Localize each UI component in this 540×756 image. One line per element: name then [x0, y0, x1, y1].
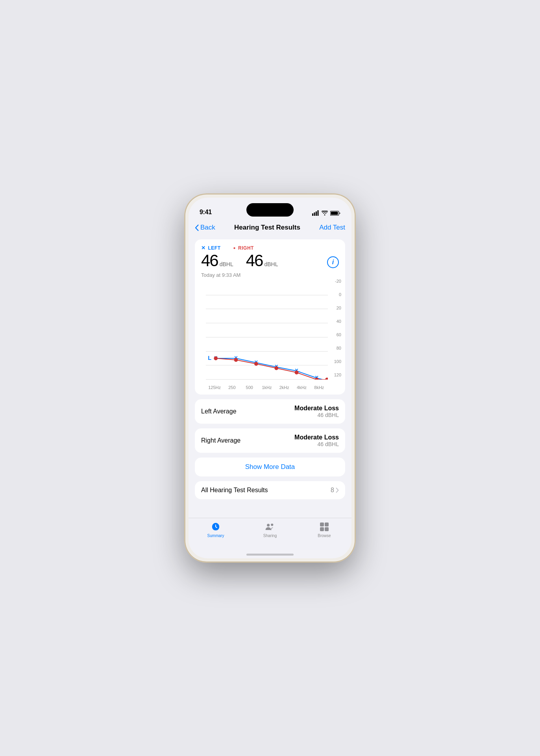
- svg-point-23: [271, 524, 273, 526]
- left-average-value: Moderate Loss 46 dBHL: [294, 405, 339, 418]
- left-value-group: 46 dBHL: [201, 252, 233, 270]
- all-results-row[interactable]: All Hearing Test Results 8: [195, 481, 345, 499]
- all-results-num: 8: [331, 487, 334, 494]
- y-label: 40: [334, 319, 341, 324]
- svg-text:L: L: [208, 355, 211, 361]
- tab-bar: Summary Sharing: [189, 518, 351, 550]
- y-label: 20: [334, 306, 341, 310]
- back-label: Back: [200, 224, 215, 232]
- x-label-2k: 2kHz: [276, 385, 293, 390]
- nav-bar: Back Hearing Test Results Add Test: [189, 219, 351, 236]
- svg-point-16: [274, 366, 278, 370]
- svg-rect-3: [318, 210, 319, 216]
- left-average-dbhl: 46 dBHL: [294, 412, 339, 418]
- battery-icon: [330, 211, 340, 216]
- svg-rect-27: [325, 527, 329, 531]
- svg-rect-1: [314, 213, 315, 216]
- x-label-250: 250: [223, 385, 240, 390]
- y-label: 80: [334, 346, 341, 350]
- phone-device: 9:41: [185, 195, 355, 561]
- svg-rect-24: [320, 523, 324, 526]
- wifi-icon: [322, 211, 328, 215]
- home-bar: [246, 554, 294, 556]
- x-axis: 125Hz 250 500 1kHz 2kHz 4kHz 8kHz: [206, 380, 328, 391]
- nav-title: Hearing Test Results: [234, 224, 300, 232]
- ear-labels: ✕ LEFT ● RIGHT: [201, 245, 339, 251]
- all-results-count: 8: [331, 487, 339, 494]
- right-average-dbhl: 46 dBHL: [294, 441, 339, 447]
- phone-screen: 9:41: [189, 198, 351, 558]
- right-average-card: Right Average Moderate Loss 46 dBHL: [195, 428, 345, 453]
- svg-point-13: [214, 356, 218, 360]
- left-value-num: 46: [201, 252, 218, 269]
- info-button[interactable]: i: [327, 256, 339, 268]
- y-label: 120: [334, 372, 341, 377]
- y-axis: -20 0 20 40 60 80 100 120: [334, 281, 341, 380]
- chevron-right-icon: [336, 487, 339, 493]
- dynamic-island: [246, 203, 294, 217]
- left-ear-label: ✕ LEFT: [201, 245, 221, 251]
- tab-browse[interactable]: Browse: [297, 521, 351, 538]
- signal-icon: [312, 210, 319, 216]
- svg-rect-0: [312, 213, 313, 216]
- left-average-classification: Moderate Loss: [294, 405, 339, 412]
- status-time: 9:41: [200, 209, 212, 216]
- sharing-icon: [264, 521, 276, 532]
- y-label: 0: [334, 292, 341, 297]
- tab-sharing[interactable]: Sharing: [243, 521, 297, 538]
- show-more-button[interactable]: Show More Data: [195, 458, 345, 476]
- home-indicator: [189, 550, 351, 558]
- test-timestamp: Today at 9:33 AM: [201, 272, 278, 278]
- chevron-left-icon: [195, 224, 199, 231]
- audiogram-chart: × × × × × × ×: [195, 281, 345, 395]
- browse-tab-label: Browse: [318, 534, 331, 538]
- status-icons: [312, 210, 340, 216]
- chart-area: × × × × × × ×: [206, 281, 328, 391]
- right-value-num: 46: [246, 252, 263, 269]
- x-label-125: 125Hz: [206, 385, 223, 390]
- svg-rect-5: [331, 211, 338, 215]
- summary-tab-label: Summary: [207, 534, 224, 538]
- left-value-unit: dBHL: [220, 261, 233, 267]
- x-label-1k: 1kHz: [258, 385, 276, 390]
- add-test-button[interactable]: Add Test: [319, 224, 345, 232]
- svg-point-15: [254, 362, 258, 366]
- results-values-col: 46 dBHL 46 dBHL Today at 9:33 AM: [201, 252, 278, 278]
- tab-summary[interactable]: Summary: [189, 521, 243, 538]
- left-average-card: Left Average Moderate Loss 46 dBHL: [195, 399, 345, 424]
- ear-values: 46 dBHL 46 dBHL: [201, 252, 278, 270]
- right-dot-marker: ●: [233, 246, 236, 250]
- right-ear-label: ● RIGHT: [233, 245, 254, 251]
- scroll-content: ✕ LEFT ● RIGHT 46: [189, 236, 351, 518]
- left-x-marker: ✕: [201, 245, 206, 251]
- back-button[interactable]: Back: [195, 224, 215, 232]
- svg-point-22: [267, 524, 270, 526]
- svg-rect-25: [325, 523, 329, 526]
- all-results-label: All Hearing Test Results: [201, 487, 268, 494]
- x-label-8k: 8kHz: [311, 385, 328, 390]
- left-average-row: Left Average Moderate Loss 46 dBHL: [195, 399, 345, 424]
- y-label: 100: [334, 359, 341, 364]
- browse-icon: [319, 521, 330, 532]
- summary-icon: [210, 521, 221, 532]
- audiogram-svg: × × × × × × ×: [206, 281, 328, 380]
- left-average-label: Left Average: [201, 408, 237, 415]
- right-average-classification: Moderate Loss: [294, 434, 339, 441]
- svg-rect-2: [316, 211, 317, 216]
- svg-rect-26: [320, 527, 324, 531]
- results-card: ✕ LEFT ● RIGHT 46: [195, 239, 345, 395]
- right-value-unit: dBHL: [264, 261, 278, 267]
- right-average-label: Right Average: [201, 437, 240, 444]
- x-label-4k: 4kHz: [293, 385, 310, 390]
- y-label: -20: [334, 279, 341, 284]
- svg-point-17: [295, 371, 299, 374]
- results-header-row: 46 dBHL 46 dBHL Today at 9:33 AM i: [201, 252, 339, 278]
- y-label: 60: [334, 332, 341, 337]
- right-average-value: Moderate Loss 46 dBHL: [294, 434, 339, 447]
- right-value-group: 46 dBHL: [246, 252, 278, 270]
- sharing-tab-label: Sharing: [263, 534, 277, 538]
- svg-point-14: [234, 358, 238, 362]
- results-header: ✕ LEFT ● RIGHT 46: [195, 239, 345, 281]
- right-average-row: Right Average Moderate Loss 46 dBHL: [195, 428, 345, 453]
- x-label-500: 500: [241, 385, 258, 390]
